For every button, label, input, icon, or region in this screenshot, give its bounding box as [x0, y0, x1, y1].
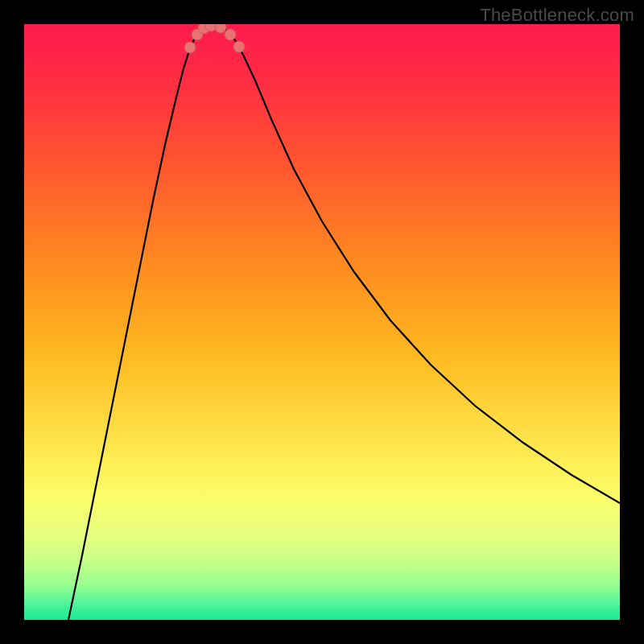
marker-dot	[184, 42, 196, 53]
plot-area	[24, 24, 620, 620]
marker-dot	[233, 41, 245, 52]
gradient-bg	[24, 24, 620, 620]
watermark-text: TheBottleneck.com	[480, 5, 634, 26]
marker-dot	[225, 29, 236, 40]
chart-svg	[24, 24, 620, 620]
outer-frame: TheBottleneck.com	[0, 0, 644, 644]
marker-dot	[215, 24, 226, 33]
